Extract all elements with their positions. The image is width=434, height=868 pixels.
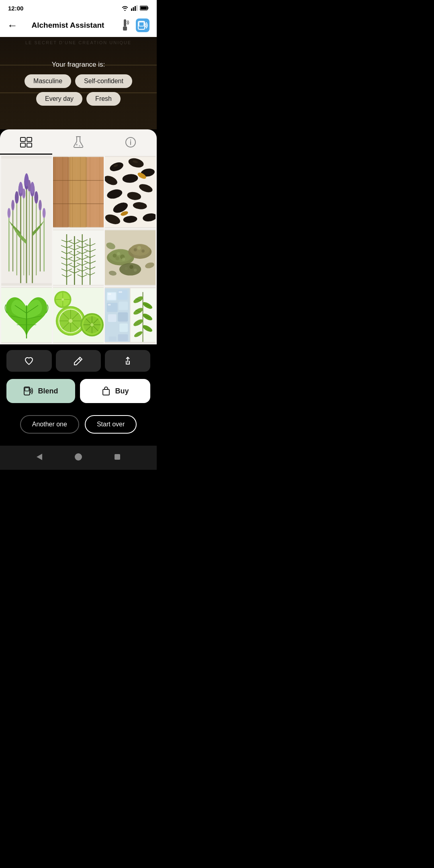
grid-tab-icon: [20, 137, 33, 148]
ingredient-seeds[interactable]: [105, 156, 156, 228]
ingredient-ice-herb: [105, 287, 156, 343]
edit-button[interactable]: [56, 350, 101, 372]
svg-point-38: [43, 208, 46, 218]
blend-device-button[interactable]: [136, 18, 149, 32]
perfume-stick-button[interactable]: [118, 18, 132, 32]
home-nav-button[interactable]: [73, 451, 84, 463]
buy-button[interactable]: Buy: [80, 379, 150, 403]
svg-point-149: [141, 250, 145, 253]
svg-point-154: [134, 268, 137, 272]
pencil-icon: [74, 356, 83, 366]
svg-point-142: [125, 253, 128, 256]
svg-rect-200: [118, 334, 128, 341]
svg-point-151: [119, 263, 141, 276]
share-icon: [123, 356, 133, 366]
info-tab-icon: [124, 137, 137, 148]
svg-rect-202: [119, 291, 122, 293]
ingredient-lavender[interactable]: [1, 156, 52, 286]
status-bar: 12:00: [0, 0, 157, 14]
svg-rect-221: [103, 389, 109, 395]
svg-point-32: [34, 191, 38, 204]
favorite-button[interactable]: [6, 350, 52, 372]
wifi-icon: [121, 5, 129, 11]
svg-rect-0: [131, 8, 132, 11]
recents-nav-button[interactable]: [112, 451, 123, 463]
ingredient-ice[interactable]: [105, 287, 130, 343]
svg-rect-10: [20, 137, 25, 141]
start-over-button[interactable]: Start over: [85, 415, 137, 434]
ingredient-geranium[interactable]: [1, 287, 52, 343]
svg-rect-9: [139, 22, 144, 26]
svg-point-30: [31, 182, 35, 194]
recents-square-icon: [113, 452, 122, 461]
svg-rect-12: [20, 143, 25, 147]
page-title: Alchemist Assistant: [18, 21, 118, 30]
ingredient-wood[interactable]: [53, 156, 104, 228]
ingredient-card: [0, 129, 157, 344]
ingredient-herb[interactable]: [131, 287, 156, 343]
svg-rect-195: [108, 314, 117, 322]
ingredient-moss[interactable]: [105, 229, 156, 286]
svg-point-152: [125, 267, 128, 270]
svg-marker-222: [37, 454, 42, 460]
svg-point-14: [76, 144, 78, 145]
svg-point-150: [137, 252, 139, 254]
seeds-image: [105, 156, 156, 228]
battery-icon: [140, 6, 149, 10]
svg-rect-199: [109, 336, 117, 341]
svg-rect-3: [137, 5, 138, 11]
svg-point-147: [134, 248, 137, 252]
flask-icon: [73, 136, 84, 149]
svg-point-34: [39, 200, 42, 211]
svg-point-143: [115, 256, 119, 260]
rosemary-image: [53, 229, 104, 286]
svg-point-153: [129, 265, 133, 269]
card-tabs: [0, 129, 157, 155]
buy-icon: [101, 386, 111, 396]
blend-button[interactable]: Blend: [6, 379, 75, 403]
home-circle-icon: [74, 452, 83, 461]
back-triangle-icon: [35, 452, 44, 461]
grid-icon: [20, 137, 33, 148]
tag-masculine[interactable]: Masculine: [25, 74, 71, 88]
blend-label: Blend: [38, 387, 58, 395]
tag-fresh[interactable]: Fresh: [86, 92, 121, 106]
back-button[interactable]: ←: [7, 20, 18, 31]
lab-tab-icon: [72, 137, 85, 148]
nav-actions: [118, 18, 149, 32]
tab-lab[interactable]: [52, 137, 104, 155]
ingredient-lime[interactable]: [53, 287, 104, 343]
svg-rect-194: [119, 302, 128, 310]
svg-rect-196: [118, 312, 128, 321]
svg-point-174: [69, 319, 73, 323]
svg-rect-220: [25, 388, 29, 391]
hero-section: LE SECRET D'UNE CREATION UNIQUE Your fra…: [0, 37, 157, 129]
svg-point-144: [122, 258, 125, 261]
hero-tags: Masculine Self-confident Every day Fresh: [0, 74, 157, 106]
svg-point-41: [22, 188, 25, 199]
tag-self-confident[interactable]: Self-confident: [75, 74, 132, 88]
tab-grid[interactable]: [0, 137, 52, 155]
svg-rect-7: [123, 27, 127, 31]
svg-point-188: [61, 298, 64, 301]
svg-rect-203: [108, 304, 111, 305]
back-nav-button[interactable]: [34, 451, 45, 463]
another-one-button[interactable]: Another one: [20, 415, 79, 434]
top-nav: ← Alchemist Assistant: [0, 14, 157, 37]
svg-point-33: [11, 200, 14, 211]
lavender-image: [1, 156, 52, 286]
tab-info[interactable]: [104, 137, 157, 155]
svg-line-217: [79, 358, 81, 360]
tag-every-day[interactable]: Every day: [36, 92, 82, 106]
geranium-image: [1, 287, 52, 343]
moss-image: [105, 229, 156, 286]
svg-point-140: [117, 252, 120, 255]
share-button[interactable]: [105, 350, 150, 372]
signal-icon: [131, 5, 137, 11]
wood-image: [53, 156, 104, 228]
cta-row: Blend Buy: [0, 375, 157, 407]
lime-image: [53, 287, 104, 343]
circle-icon: [125, 137, 136, 148]
ingredient-rosemary[interactable]: [53, 229, 104, 286]
heart-icon: [24, 356, 34, 366]
